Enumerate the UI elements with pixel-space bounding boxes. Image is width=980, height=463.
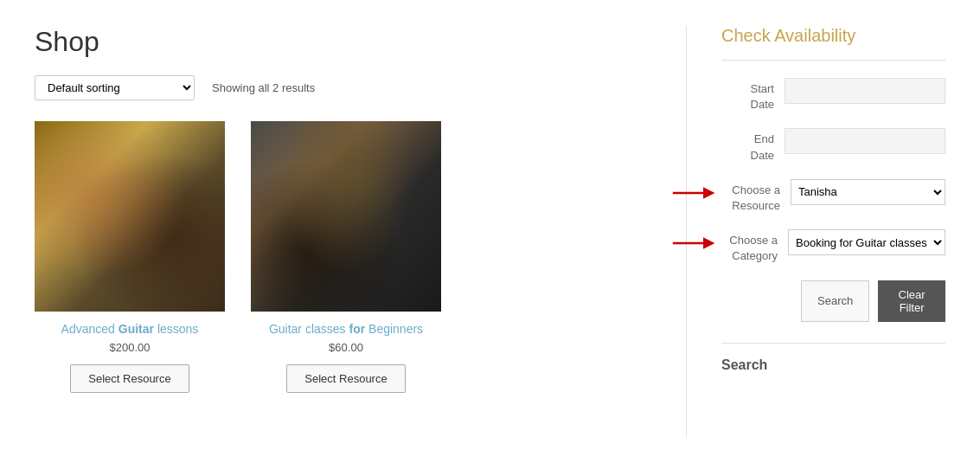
product-image-1 [35, 121, 225, 312]
category-arrow-icon [671, 235, 714, 252]
page-title: Shop [35, 26, 651, 58]
product-card: Advanced Guitar lessons $200.00 Select R… [35, 121, 225, 393]
start-date-row: StartDate [721, 78, 945, 113]
toolbar: Default sorting Sort by popularity Sort … [35, 75, 651, 100]
sort-select[interactable]: Default sorting Sort by popularity Sort … [35, 75, 195, 100]
choose-category-label: Choose aCategory [721, 229, 788, 264]
choose-category-select[interactable]: Booking for Guitar classes Option 2 Opti… [788, 229, 945, 255]
product-name-1[interactable]: Advanced Guitar lessons [35, 322, 225, 336]
product-image-2 [251, 121, 441, 312]
sidebar: Check Availability StartDate EndDate [686, 26, 945, 437]
end-date-label: EndDate [721, 128, 785, 163]
product-price-1: $200.00 [35, 341, 225, 354]
product-price-2: $60.00 [251, 341, 441, 354]
action-buttons: Search Clear Filter [721, 280, 945, 322]
start-date-input[interactable] [785, 78, 945, 104]
resource-arrow-icon [671, 184, 714, 202]
products-grid: Advanced Guitar lessons $200.00 Select R… [35, 121, 651, 393]
main-content: Shop Default sorting Sort by popularity … [35, 26, 686, 437]
choose-resource-label: Choose aResource [721, 179, 791, 214]
product-name-2[interactable]: Guitar classes for Beginners [251, 322, 441, 336]
check-availability-title: Check Availability [721, 26, 945, 46]
clear-filter-button[interactable]: Clear Filter [878, 280, 945, 322]
select-resource-button-2[interactable]: Select Resource [286, 364, 405, 393]
sidebar-bottom-search-title: Search [721, 343, 945, 373]
select-resource-button-1[interactable]: Select Resource [70, 364, 189, 393]
search-button[interactable]: Search [801, 280, 869, 322]
end-date-input[interactable] [785, 128, 945, 154]
product-card: Guitar classes for Beginners $60.00 Sele… [251, 121, 441, 393]
end-date-row: EndDate [721, 128, 945, 163]
start-date-label: StartDate [721, 78, 785, 113]
choose-resource-row: Choose aResource Tanisha Option 2 Option… [721, 179, 945, 214]
choose-resource-select[interactable]: Tanisha Option 2 Option 3 [791, 179, 945, 205]
results-count: Showing all 2 results [212, 81, 315, 94]
choose-category-row: Choose aCategory Booking for Guitar clas… [721, 229, 945, 264]
sidebar-divider [721, 60, 945, 61]
